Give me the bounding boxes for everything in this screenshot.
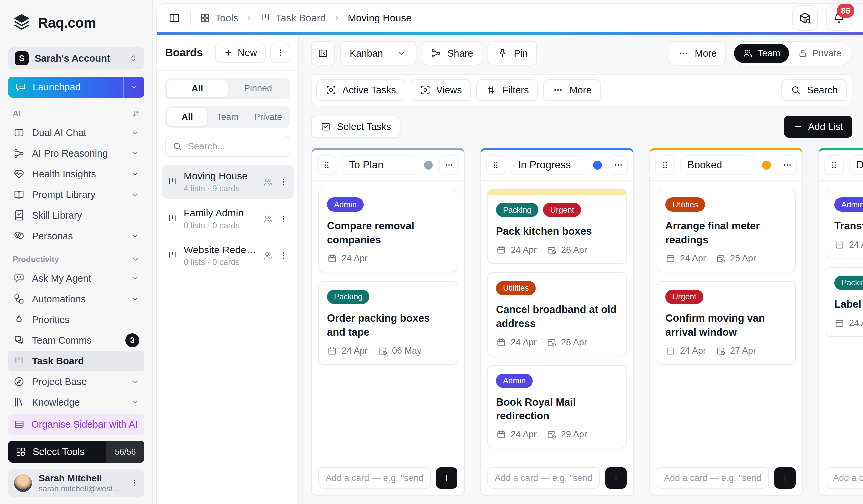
collapse-panel-button[interactable] <box>311 41 335 65</box>
card-label-admin: Admin <box>496 374 533 388</box>
task-card[interactable]: AdminTransfer c24 Apr <box>826 189 863 258</box>
app: Raq.com S Sarah's Account Launchpad AIDu… <box>0 0 863 504</box>
add-list-button[interactable]: Add List <box>784 116 852 138</box>
pin-button[interactable]: Pin <box>488 41 537 65</box>
user-email: sarah.mitchell@westbur... <box>39 484 124 493</box>
tab-all[interactable]: All <box>167 80 228 97</box>
boards-panel-header: Boards New <box>157 35 298 70</box>
sidebar-item-team-comms[interactable]: Team Comms3 <box>8 330 145 351</box>
heart-pulse-icon <box>13 168 25 180</box>
users-icon <box>743 48 753 58</box>
add-card-button[interactable] <box>605 467 627 489</box>
tab-team[interactable]: Team <box>208 108 248 126</box>
filter-button-views[interactable]: Views <box>411 79 472 101</box>
task-card[interactable]: PackingOrder packing boxes and tape24 Ap… <box>318 281 458 365</box>
board-list: Moving House4 lists · 9 cardsFamily Admi… <box>157 165 298 272</box>
organise-sidebar-button[interactable]: Organise Sidebar with AI <box>8 414 145 435</box>
sidebar-item-ask-my-agent[interactable]: Ask My Agent <box>8 268 145 289</box>
filter-button-more[interactable]: More <box>543 79 601 101</box>
task-card[interactable]: AdminCompare removal companies24 Apr <box>318 189 458 272</box>
sidebar-item-project-base[interactable]: Project Base <box>8 371 145 392</box>
column-drag-handle[interactable] <box>824 155 844 175</box>
column-title[interactable]: Done <box>849 155 863 175</box>
view-mode-dropdown[interactable]: Kanban <box>340 41 416 65</box>
card-labels: Urgent <box>665 290 787 304</box>
more-button[interactable]: More <box>668 41 726 65</box>
task-card[interactable]: PackingUrgentPack kitchen boxes24 Apr26 … <box>487 189 627 264</box>
package-search-button[interactable] <box>792 5 818 30</box>
sidebar-item-skill-library[interactable]: Skill Library <box>8 205 145 225</box>
calendar-icon <box>665 254 676 264</box>
column-drag-handle[interactable] <box>655 155 675 175</box>
search-button[interactable]: Search <box>781 79 847 101</box>
tab-private[interactable]: Private <box>248 108 288 126</box>
new-board-button[interactable]: New <box>215 42 266 63</box>
breadcrumb-label: Moving House <box>348 12 412 24</box>
notifications-button[interactable]: 86 <box>826 5 852 30</box>
sidebar-item-task-board[interactable]: Task Board <box>8 351 145 371</box>
launchpad-button[interactable]: Launchpad <box>8 77 145 98</box>
board-item-moving-house[interactable]: Moving House4 lists · 9 cards <box>162 165 294 198</box>
card-labels: Packing <box>834 276 863 290</box>
column-title[interactable]: In Progress <box>511 155 586 175</box>
task-card[interactable]: UtilitiesArrange final meter readings24 … <box>656 189 796 272</box>
column-menu-button[interactable] <box>609 155 628 175</box>
board-item-website-redesign-ta[interactable]: Website Redesign Ta...0 lists · 0 cards <box>162 239 294 272</box>
card-dates: 24 Apr28 Apr <box>496 337 618 348</box>
column-title[interactable]: Booked <box>680 155 755 175</box>
launchpad-expand[interactable] <box>123 77 145 98</box>
sidebar-item-personas[interactable]: Personas <box>8 225 145 246</box>
task-card[interactable]: PackingLabel stor24 Apr <box>826 267 863 337</box>
filter-button-filters[interactable]: Filters <box>476 79 538 101</box>
add-card-input[interactable] <box>826 467 863 489</box>
card-label-packing: Packing <box>834 276 863 290</box>
account-switcher[interactable]: S Sarah's Account <box>8 47 145 69</box>
share-button[interactable]: Share <box>422 41 483 65</box>
column-title[interactable]: To Plan <box>342 155 417 175</box>
sidebar-item-priorities[interactable]: Priorities <box>8 309 145 330</box>
boards-search-input[interactable] <box>188 141 283 152</box>
filter-button-active-tasks[interactable]: Active Tasks <box>316 79 405 101</box>
boards-panel: Boards New AllPinned AllTeamPrivate <box>157 35 299 504</box>
sidebar-item-knowledge[interactable]: Knowledge <box>8 392 145 413</box>
select-tools-button[interactable]: Select Tools 56/56 <box>8 441 145 463</box>
user-card[interactable]: Sarah Mitchell sarah.mitchell@westbur... <box>8 469 145 497</box>
add-card-input[interactable] <box>656 467 769 489</box>
select-tools-main[interactable]: Select Tools <box>8 441 106 463</box>
task-card[interactable]: AdminBook Royal Mail redirection24 Apr29… <box>487 365 627 449</box>
boards-menu-button[interactable] <box>270 42 290 63</box>
sidebar-item-label: Knowledge <box>32 397 123 408</box>
tab-pinned[interactable]: Pinned <box>228 80 288 97</box>
card-title: Order packing boxes and tape <box>327 311 449 339</box>
add-card-input[interactable] <box>318 467 431 489</box>
tab-all[interactable]: All <box>167 108 208 126</box>
sidebar-item-dual-ai-chat[interactable]: Dual AI Chat <box>8 122 145 143</box>
launchpad-main[interactable]: Launchpad <box>8 77 123 98</box>
column-drag-handle[interactable] <box>486 155 505 175</box>
visibility-label: Private <box>812 48 841 59</box>
select-tasks-button[interactable]: Select Tasks <box>311 116 400 138</box>
task-card[interactable]: UrgentConfirm moving van arrival window2… <box>656 281 796 365</box>
sidebar-item-automations[interactable]: Automations <box>8 289 145 309</box>
task-card[interactable]: UtilitiesCancel broadband at old address… <box>487 272 627 356</box>
breadcrumb-moving-house[interactable]: Moving House <box>348 12 412 24</box>
add-card-button[interactable] <box>774 467 796 489</box>
sidebar-toggle-button[interactable] <box>167 11 182 25</box>
board-item-family-admin[interactable]: Family Admin0 lists · 0 cards <box>162 202 294 235</box>
card-labels: PackingUrgent <box>496 203 618 217</box>
column-menu-button[interactable] <box>778 155 797 175</box>
add-card-button[interactable] <box>436 467 458 489</box>
sidebar-item-prompt-library[interactable]: Prompt Library <box>8 184 145 205</box>
add-card-input[interactable] <box>487 467 600 489</box>
card-dates: 24 Apr29 Apr <box>496 429 618 440</box>
breadcrumb-tools[interactable]: Tools <box>200 12 238 24</box>
column-drag-handle[interactable] <box>317 155 336 175</box>
column-menu-button[interactable] <box>439 155 459 175</box>
kanban-icon <box>13 355 25 366</box>
visibility-team[interactable]: Team <box>734 43 789 63</box>
visibility-private[interactable]: Private <box>789 43 850 63</box>
sidebar-item-ai-pro-reasoning[interactable]: AI Pro Reasoning <box>8 143 145 164</box>
breadcrumb-task-board[interactable]: Task Board <box>260 12 326 24</box>
kebab-menu-icon[interactable] <box>130 478 139 488</box>
sidebar-item-health-insights[interactable]: Health Insights <box>8 164 145 184</box>
